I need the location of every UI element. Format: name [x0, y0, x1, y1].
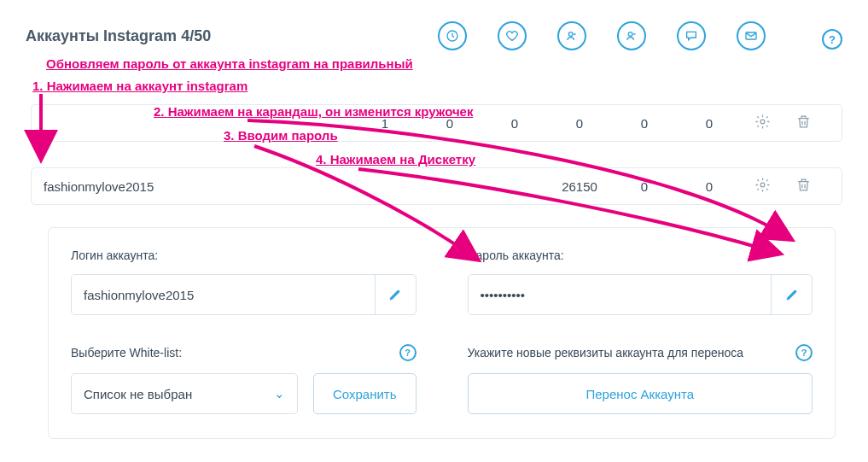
- stat-col-6: 0: [677, 116, 742, 131]
- help-icon[interactable]: ?: [795, 344, 813, 361]
- chevron-down-icon: ⌄: [274, 386, 285, 401]
- whitelist-selected: Список не выбран: [84, 387, 192, 401]
- password-field-wrap: [468, 274, 813, 315]
- account-row[interactable]: fashionmylove2015 26150 0 0: [31, 167, 842, 205]
- clock-icon[interactable]: [438, 21, 467, 50]
- annotation-step-1: 1. Нажимаем на аккаунт instagram: [32, 79, 248, 93]
- password-label: Пароль аккаунта:: [468, 249, 813, 262]
- transfer-label: Укажите новые реквизиты аккаунта для пер…: [468, 344, 813, 361]
- gear-icon[interactable]: [742, 114, 783, 133]
- user-plus-icon[interactable]: [557, 21, 586, 50]
- gear-icon[interactable]: [742, 177, 783, 196]
- whitelist-select[interactable]: Список не выбран ⌄: [71, 373, 298, 414]
- account-detail-panel: Логин аккаунта: Пароль аккаунта: Выберит…: [48, 227, 836, 439]
- help-icon[interactable]: ?: [399, 344, 417, 361]
- login-input[interactable]: [72, 275, 375, 314]
- stat-col-5: 0: [612, 179, 677, 194]
- whitelist-label: Выберите White-list: ?: [71, 344, 417, 361]
- svg-point-2: [628, 32, 632, 37]
- annotation-step-2: 2. Нажимаем на карандаш, он изменится кр…: [154, 104, 473, 119]
- trash-icon[interactable]: [783, 177, 824, 196]
- stat-col-3: 0: [482, 116, 547, 131]
- password-input[interactable]: [469, 275, 772, 314]
- user-minus-icon[interactable]: [617, 21, 646, 50]
- stat-col-5: 0: [612, 116, 677, 131]
- svg-point-5: [760, 183, 765, 187]
- annotation-step-3: 3. Вводим пароль: [224, 128, 338, 143]
- svg-point-1: [568, 32, 573, 37]
- stat-col-6: 0: [677, 179, 742, 194]
- trash-icon[interactable]: [783, 114, 824, 133]
- login-label: Логин аккаунта:: [71, 249, 417, 262]
- save-button[interactable]: Сохранить: [313, 373, 417, 414]
- login-field-wrap: [71, 274, 417, 315]
- pencil-icon[interactable]: [375, 275, 416, 314]
- annotation-step-4: 4. Нажимаем на Дискетку: [316, 152, 475, 167]
- mail-icon[interactable]: [737, 21, 766, 50]
- annotation-top: Обновляем пароль от аккаунта instagram н…: [46, 56, 413, 71]
- page-title: Аккаунты Instagram 4/50: [26, 27, 211, 45]
- help-icon[interactable]: ?: [822, 29, 842, 50]
- stat-col-4: 0: [547, 116, 612, 131]
- chat-icon[interactable]: [677, 21, 706, 50]
- account-name: fashionmylove2015: [32, 179, 352, 194]
- heart-icon[interactable]: [498, 21, 527, 50]
- pencil-icon[interactable]: [771, 275, 812, 314]
- svg-point-4: [760, 120, 765, 124]
- stat-col-4: 26150: [547, 179, 612, 194]
- transfer-button[interactable]: Перенос Аккаунта: [468, 373, 813, 414]
